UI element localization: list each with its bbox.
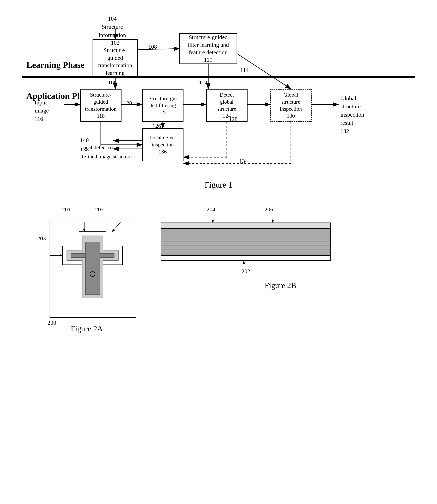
box-118: Structure- guided transformation 118 [80,89,121,122]
svg-line-29 [112,222,120,232]
box-124: Detect global structure 124 [206,89,248,122]
learning-phase-label: Learning Phase [26,60,85,70]
box-122: Structure-gui ded filtering 122 [142,89,183,122]
label-132: Global structure inspection result 132 [340,94,374,135]
box-110: Structure-guided filter learning and fea… [179,33,237,64]
fig2a-side-label: 203 [37,219,50,242]
box-102: 102 Structure- guided transformation lea… [93,39,138,77]
label-204: 204 [207,206,215,213]
fig2b-section: 204 206 [161,206,400,290]
label-128: 128 [229,115,238,123]
page: 104 Structure information 102 Structure-… [0,0,437,504]
fig2b-ref-labels: 204 206 [161,206,400,216]
label-104: 104 Structure information [99,14,126,39]
fig2b-diagram: 202 [161,219,331,275]
svg-rect-5 [22,76,415,78]
label-134: 134 [239,157,248,165]
fig2a-section: 201 207 203 [37,206,136,333]
label-114: 114 [240,66,249,74]
label-206: 206 [265,206,273,213]
label-207: 207 [95,206,104,213]
label-112: 112 [199,78,208,86]
svg-rect-37 [161,228,331,255]
label-106: 106 [108,78,117,86]
box-136: Local defect inspection 136 [142,128,183,161]
label-200: 200 [48,319,56,326]
figure1-container: 104 Structure information 102 Structure-… [17,12,420,190]
box-130: Global structure inspection 130 [270,89,312,122]
label-202: 202 [161,268,331,275]
label-108: 108 [148,42,157,51]
svg-line-1 [138,49,179,50]
fig2a-diagram-wrap: 200 [50,219,136,318]
diagram: 104 Structure information 102 Structure-… [22,12,415,174]
svg-rect-32 [161,223,331,228]
fig2a-svg [50,219,137,319]
svg-rect-26 [85,242,100,295]
figure2-container: 201 207 203 [17,206,420,333]
fig2b-svg [161,219,331,266]
fig2a-outer-box [50,219,136,318]
svg-rect-38 [161,255,331,261]
label-120: 120 [124,99,132,107]
label-138: 138 Refined image structure [80,146,132,160]
fig2a-top-labels: 201 207 [37,206,136,219]
fig2a-row: 203 [37,219,136,318]
label-201: 201 [62,206,71,213]
fig2b-caption: Figure 2B [161,281,400,290]
label-203: 203 [37,235,50,242]
figure1-caption: Figure 1 [17,180,420,190]
label-input-image: Input image 116 [35,98,49,123]
